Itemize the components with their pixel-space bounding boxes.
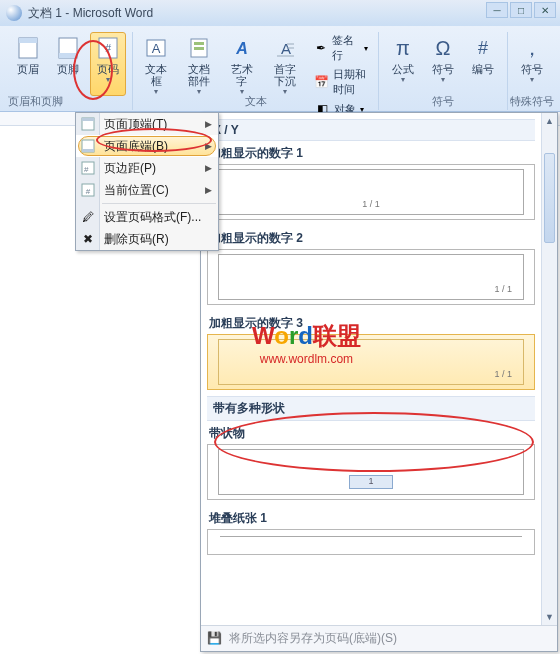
- gallery-item-bold2[interactable]: 1 / 1: [207, 249, 535, 305]
- gallery-item-label: 加粗显示的数字 3: [207, 311, 535, 334]
- menu-item-current-position[interactable]: # 当前位置(C)▶: [76, 179, 218, 201]
- gallery-category: 带有多种形状: [207, 396, 535, 421]
- svg-text:#: #: [84, 165, 89, 174]
- minimize-button[interactable]: ─: [486, 2, 508, 18]
- menu-item-page-margin[interactable]: # 页边距(P)▶: [76, 157, 218, 179]
- svg-text:#: #: [86, 187, 91, 196]
- number-icon: #: [470, 35, 496, 61]
- gallery-footer-label: 将所选内容另存为页码(底端)(S): [229, 630, 397, 647]
- group-symbols: π 公式▾ Ω 符号▾ # 编号 符号: [379, 32, 508, 110]
- office-button-icon[interactable]: [6, 5, 22, 21]
- number-button[interactable]: # 编号: [465, 32, 501, 96]
- equation-button[interactable]: π 公式▾: [385, 32, 421, 96]
- group-label: 文本: [245, 94, 267, 109]
- dropcap-icon: A: [272, 35, 298, 61]
- group-label: 页眉和页脚: [8, 94, 63, 109]
- group-label: 符号: [432, 94, 454, 109]
- datetime-button[interactable]: 📅日期和时间: [310, 66, 372, 98]
- dropdown-arrow-icon: ▾: [106, 75, 110, 84]
- gallery-category: X / Y: [207, 119, 535, 141]
- gallery-item-label: 堆叠纸张 1: [207, 506, 535, 529]
- title-bar: 文档 1 - Microsoft Word ─ □ ✕: [0, 0, 560, 26]
- special-symbol-button[interactable]: ， 符号▾: [514, 32, 550, 96]
- scroll-down-icon[interactable]: ▼: [542, 609, 557, 625]
- ribbon-shape-icon: [341, 473, 401, 491]
- menu-item-format-page-number[interactable]: 🖉 设置页码格式(F)...: [76, 206, 218, 228]
- svg-rect-3: [59, 53, 77, 58]
- gallery-item-label: 带状物: [207, 421, 535, 444]
- gallery-item-bold1[interactable]: 1 / 1: [207, 164, 535, 220]
- symbol-button[interactable]: Ω 符号▾: [425, 32, 461, 96]
- gallery-item-bold3[interactable]: 1 / 1: [207, 334, 535, 390]
- window-title: 文档 1 - Microsoft Word: [28, 5, 153, 22]
- gallery-item-label: 加粗显示的数字 1: [207, 141, 535, 164]
- remove-icon: ✖: [80, 231, 96, 247]
- calendar-icon: 📅: [314, 74, 329, 90]
- group-label: 特殊符号: [510, 94, 554, 109]
- gallery-scroll-area[interactable]: ▲ ▼ X / Y 加粗显示的数字 1 1 / 1 加粗显示的数字 2 1 / …: [201, 113, 557, 625]
- close-button[interactable]: ✕: [534, 2, 556, 18]
- svg-text:A: A: [235, 40, 248, 57]
- textbox-icon: A: [143, 35, 169, 61]
- svg-rect-17: [82, 118, 94, 121]
- signature-line-button[interactable]: ✒签名行▾: [310, 32, 372, 64]
- page-top-icon: [80, 116, 96, 132]
- page-number-gallery: ▲ ▼ X / Y 加粗显示的数字 1 1 / 1 加粗显示的数字 2 1 / …: [200, 112, 558, 652]
- footer-button[interactable]: 页脚: [50, 32, 86, 96]
- scroll-up-icon[interactable]: ▲: [542, 113, 557, 129]
- header-icon: [15, 35, 41, 61]
- signature-icon: ✒: [314, 40, 328, 56]
- wordart-icon: A: [229, 35, 255, 61]
- footer-icon: [55, 35, 81, 61]
- gallery-item-label: 加粗显示的数字 2: [207, 226, 535, 249]
- quickparts-button[interactable]: 文档部件▾: [178, 32, 221, 118]
- page-number-icon: #: [95, 35, 121, 61]
- svg-text:#: #: [105, 42, 112, 54]
- dropcap-button[interactable]: A 首字下沉▾: [263, 32, 306, 118]
- menu-item-remove-page-number[interactable]: ✖ 删除页码(R): [76, 228, 218, 250]
- svg-rect-9: [194, 42, 204, 45]
- menu-item-page-top[interactable]: 页面顶端(T)▶: [76, 113, 218, 135]
- ribbon: 页眉 页脚 # 页码 ▾ 页眉和页脚 A 文本框▾ 文档部件▾: [0, 26, 560, 112]
- group-header-footer: 页眉 页脚 # 页码 ▾ 页眉和页脚: [4, 32, 133, 110]
- group-special-symbols: ， 符号▾ 特殊符号: [508, 32, 556, 110]
- comma-icon: ，: [519, 35, 545, 61]
- gallery-item-ribbon[interactable]: [207, 444, 535, 500]
- gallery-item-stack1[interactable]: [207, 529, 535, 555]
- format-icon: 🖉: [80, 209, 96, 225]
- svg-rect-19: [82, 149, 94, 152]
- gallery-save-selection: 💾 将所选内容另存为页码(底端)(S): [201, 625, 557, 651]
- page-bottom-icon: [80, 138, 96, 154]
- page-margin-icon: #: [80, 160, 96, 176]
- svg-rect-1: [19, 38, 37, 43]
- maximize-button[interactable]: □: [510, 2, 532, 18]
- svg-rect-10: [194, 47, 204, 50]
- page-number-button[interactable]: # 页码 ▾: [90, 32, 126, 96]
- group-text: A 文本框▾ 文档部件▾ A 艺术字▾ A 首字下沉▾ ✒签名行▾ 📅日期和时间…: [133, 32, 379, 110]
- vertical-scrollbar[interactable]: ▲ ▼: [541, 113, 557, 625]
- quickparts-icon: [186, 35, 212, 61]
- svg-text:A: A: [152, 41, 161, 56]
- current-pos-icon: #: [80, 182, 96, 198]
- menu-item-page-bottom[interactable]: 页面底端(B)▶: [76, 135, 218, 157]
- scrollbar-thumb[interactable]: [544, 153, 555, 243]
- page-number-dropdown: 页面顶端(T)▶ 页面底端(B)▶ # 页边距(P)▶ # 当前位置(C)▶ 🖉…: [75, 112, 219, 251]
- save-icon: 💾: [207, 631, 223, 647]
- header-button[interactable]: 页眉: [10, 32, 46, 96]
- omega-icon: Ω: [430, 35, 456, 61]
- pi-icon: π: [390, 35, 416, 61]
- textbox-button[interactable]: A 文本框▾: [139, 32, 174, 118]
